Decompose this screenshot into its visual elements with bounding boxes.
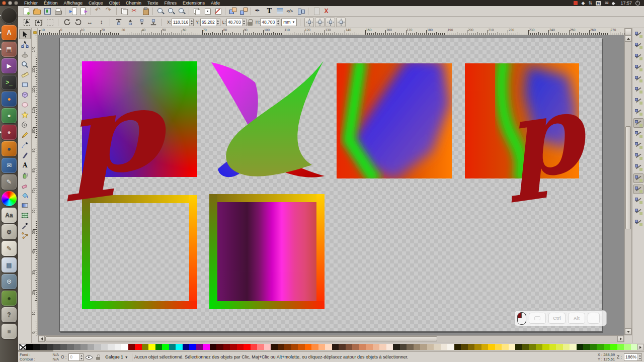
palette-swatch-6[interactable]	[67, 344, 74, 350]
menu-calque[interactable]: Calque	[86, 1, 106, 6]
menu-extensions[interactable]: Extensions	[180, 1, 208, 6]
page[interactable]: p p	[59, 38, 602, 332]
vertical-scrollbar[interactable]	[624, 28, 632, 335]
launcher-item-thunderbird[interactable]: ✉	[2, 158, 17, 173]
mesh-gradient-square-2[interactable]	[337, 63, 452, 178]
fill-stroke-indicator[interactable]: Fond :N/A Contour :N/A	[20, 352, 59, 361]
tool-ellipse[interactable]	[19, 100, 31, 110]
save-button[interactable]	[42, 7, 52, 16]
raise-button[interactable]	[125, 18, 135, 27]
ruler-corner-lock[interactable]	[32, 28, 38, 35]
palette-swatch-40[interactable]	[298, 344, 305, 350]
copy-button[interactable]	[119, 7, 129, 16]
snap-bbox-centers-button[interactable]	[633, 85, 643, 95]
lock-width-height-button[interactable]	[248, 19, 253, 26]
palette-swatch-22[interactable]	[176, 344, 183, 350]
tool-selector[interactable]	[19, 29, 31, 39]
palette-swatch-25[interactable]	[196, 344, 203, 350]
launcher-item-text-editor[interactable]: ✎	[2, 241, 17, 256]
palette-swatch-11[interactable]	[101, 344, 108, 350]
palette-swatch-38[interactable]	[284, 344, 291, 350]
layers-dialog-button[interactable]	[274, 7, 285, 16]
scroll-left-button[interactable]	[38, 336, 45, 342]
flip-vertical-button[interactable]: ↕	[96, 18, 107, 27]
launcher-item-red-cup-app[interactable]: ●	[2, 125, 17, 140]
palette-swatch-9[interactable]	[88, 344, 95, 350]
undo-button[interactable]	[93, 7, 104, 16]
palette-swatch-78[interactable]	[556, 344, 563, 350]
scroll-right-button[interactable]	[617, 336, 624, 342]
snap-grids-button[interactable]	[633, 207, 643, 216]
tool-measure[interactable]	[19, 69, 31, 79]
palette-swatch-53[interactable]	[386, 344, 393, 350]
tool-tweak[interactable]	[19, 49, 31, 59]
launcher-item-terminal[interactable]: >_	[2, 75, 17, 90]
tool-bezier-pen[interactable]	[19, 140, 31, 150]
palette-swatch-89[interactable]	[631, 344, 638, 350]
launcher-item-disc-burner[interactable]: ⊙	[2, 274, 17, 289]
palette-swatch-66[interactable]	[474, 344, 481, 350]
palette-swatch-16[interactable]	[135, 344, 142, 350]
print-button[interactable]	[52, 7, 63, 16]
menu-filtres[interactable]: Filtres	[162, 1, 180, 6]
snap-rotation-centers-button[interactable]	[633, 173, 643, 183]
palette-swatch-61[interactable]	[441, 344, 448, 350]
snap-bbox-edge-midpoints-button[interactable]	[633, 74, 643, 83]
zoom-selection-button[interactable]	[155, 7, 166, 16]
launcher-item-help[interactable]: ?	[2, 307, 17, 322]
palette-swatch-57[interactable]	[414, 344, 421, 350]
clock[interactable]: 17:57	[620, 1, 632, 6]
palette-swatch-71[interactable]	[509, 344, 516, 350]
spin-down-icon[interactable]	[638, 357, 641, 360]
launcher-item-screenshot[interactable]: ⊙	[2, 224, 17, 239]
tool-text[interactable]: A	[19, 160, 31, 170]
tool-star[interactable]	[19, 110, 31, 120]
snap-line-midpoints-button[interactable]	[633, 151, 643, 161]
palette-swatch-65[interactable]	[468, 344, 475, 350]
palette-swatch-47[interactable]	[346, 344, 353, 350]
snap-path-intersections-button[interactable]	[633, 118, 643, 128]
palette-swatch-27[interactable]	[210, 344, 217, 350]
palette-swatch-42[interactable]	[311, 344, 318, 350]
scroll-down-button[interactable]	[625, 328, 631, 335]
palette-swatch-18[interactable]	[148, 344, 155, 350]
zoom-spinner[interactable]: 186%	[624, 353, 642, 361]
cut-button[interactable]	[129, 7, 140, 16]
palette-swatch-28[interactable]	[216, 344, 223, 350]
launcher-item-color-wheel[interactable]	[2, 191, 17, 206]
palette-swatch-69[interactable]	[495, 344, 502, 350]
palette-swatch-67[interactable]	[481, 344, 489, 350]
clone-button[interactable]	[202, 7, 212, 16]
palette-swatch-33[interactable]	[251, 344, 258, 350]
field-h[interactable]: 48,703	[260, 19, 280, 26]
opacity-spinner[interactable]: 0	[68, 353, 84, 361]
tool-eraser[interactable]	[19, 180, 31, 190]
letter-p-right[interactable]: p	[491, 85, 624, 243]
palette-swatch-17[interactable]	[142, 344, 149, 350]
launcher-item-trash[interactable]: ≡	[2, 324, 17, 339]
palette-swatch-44[interactable]	[325, 344, 332, 350]
palette-swatch-62[interactable]	[447, 344, 454, 350]
palette-swatch-39[interactable]	[291, 344, 298, 350]
palette-swatch-41[interactable]	[305, 344, 312, 350]
palette-swatch-14[interactable]	[121, 344, 128, 350]
palette-swatch-36[interactable]	[271, 344, 278, 350]
menu-chemin[interactable]: Chemin	[123, 1, 144, 6]
affect-gradients-toggle[interactable]	[336, 18, 346, 27]
palette-swatch-50[interactable]	[366, 344, 373, 350]
palette-swatch-45[interactable]	[332, 344, 339, 350]
horizontal-scroll-thumb[interactable]	[45, 336, 437, 341]
palette-swatch-13[interactable]	[115, 344, 122, 350]
import-button[interactable]	[67, 7, 78, 16]
palette-swatch-24[interactable]	[189, 344, 196, 350]
close-window-button[interactable]	[2, 1, 6, 5]
spinner-buttons[interactable]	[637, 354, 641, 360]
duplicate-button[interactable]	[191, 7, 202, 16]
palette-swatch-15[interactable]	[128, 344, 135, 350]
lower-to-bottom-button[interactable]	[148, 18, 158, 27]
document-properties-button[interactable]	[310, 7, 321, 16]
palette-swatch-54[interactable]	[393, 344, 400, 350]
snap-smooth-nodes-button[interactable]	[633, 140, 643, 150]
affect-move-toggle[interactable]	[304, 18, 314, 27]
tool-node-editor[interactable]	[19, 39, 31, 49]
